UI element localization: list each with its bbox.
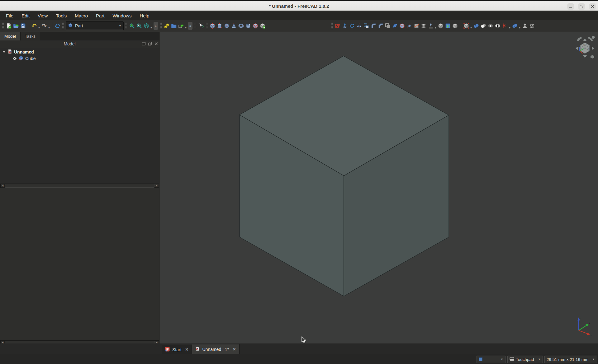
- tree-item-label[interactable]: Unnamed: [14, 49, 34, 54]
- offset-dropdown-icon[interactable]: ▾: [434, 21, 437, 30]
- toolbar-grip[interactable]: [206, 22, 208, 29]
- toolbar-grip[interactable]: [125, 22, 127, 29]
- undo-dropdown-icon[interactable]: ▾: [38, 21, 40, 30]
- toolbar-grip[interactable]: [331, 22, 333, 29]
- extrude-icon[interactable]: [341, 21, 348, 30]
- split-tools-dropdown-icon[interactable]: ▾: [508, 21, 511, 30]
- menu-part[interactable]: Part: [92, 12, 109, 20]
- shape-from-text-icon[interactable]: [334, 21, 341, 30]
- menu-windows[interactable]: Windows: [109, 12, 136, 20]
- toolbar-grip[interactable]: [160, 22, 162, 29]
- menu-view[interactable]: View: [34, 12, 52, 20]
- make-link-dropdown-icon[interactable]: ▾: [184, 21, 187, 30]
- revolve-icon[interactable]: [348, 21, 355, 30]
- menu-tools[interactable]: Tools: [52, 12, 71, 20]
- refresh-document-icon[interactable]: [54, 21, 61, 30]
- boolean-xor-icon[interactable]: [494, 21, 501, 30]
- menu-file[interactable]: File: [2, 12, 17, 20]
- close-button[interactable]: [589, 3, 596, 10]
- fit-selection-icon[interactable]: [135, 21, 143, 30]
- visibility-eye-icon[interactable]: [12, 56, 17, 61]
- menu-help[interactable]: Help: [135, 12, 153, 20]
- whats-this-icon[interactable]: ?: [197, 21, 205, 30]
- tab-model[interactable]: Model: [0, 32, 21, 40]
- navigation-cube[interactable]: TOP FRONT RIGHT: [574, 34, 596, 60]
- property-editor[interactable]: [0, 188, 159, 340]
- fillet-icon[interactable]: [370, 21, 377, 30]
- toolbar-grip[interactable]: [27, 22, 30, 29]
- primitive-torus-icon[interactable]: [237, 21, 244, 30]
- toolbar-overflow-icon[interactable]: »: [188, 22, 192, 30]
- dock-icon[interactable]: [142, 41, 146, 47]
- toolbar-grip[interactable]: [2, 22, 4, 29]
- title-bar[interactable]: * Unnamed - FreeCAD 1.0.2: [0, 0, 598, 11]
- section-icon[interactable]: [413, 21, 420, 30]
- float-icon[interactable]: [148, 41, 152, 47]
- make-face-icon[interactable]: [384, 21, 391, 30]
- tab-label[interactable]: Start: [172, 347, 182, 352]
- ruled-surface-icon[interactable]: [391, 21, 398, 30]
- menu-macro[interactable]: Macro: [71, 12, 92, 20]
- split-tools-icon[interactable]: [501, 21, 508, 30]
- undo-icon[interactable]: ↶: [31, 21, 38, 30]
- close-tab-icon[interactable]: ✕: [233, 347, 236, 352]
- boolean-common-icon[interactable]: [487, 21, 494, 30]
- tree-item-document[interactable]: Unnamed: [0, 49, 159, 55]
- open-document-icon[interactable]: [12, 21, 19, 30]
- dimension-select[interactable]: 29.51 mm x 21.16 mm ▼: [544, 356, 597, 363]
- defeaturing-icon[interactable]: [521, 21, 528, 30]
- 3d-viewport[interactable]: TOP FRONT RIGHT z y x: [160, 32, 598, 343]
- refine-shape-icon[interactable]: [528, 21, 535, 30]
- tab-start[interactable]: Start ✕: [162, 345, 192, 354]
- chamfer-icon[interactable]: [377, 21, 384, 30]
- toolbar-grip[interactable]: [62, 22, 64, 29]
- nav-face-top[interactable]: TOP: [583, 44, 587, 46]
- tab-label[interactable]: Unnamed : 1*: [202, 347, 229, 352]
- shape-builder-icon[interactable]: [252, 21, 259, 30]
- boolean-cut-icon[interactable]: [480, 21, 487, 30]
- make-link-icon[interactable]: [177, 21, 184, 30]
- thickness-icon[interactable]: F: [444, 21, 451, 30]
- fit-all-icon[interactable]: [128, 21, 135, 30]
- loft-icon[interactable]: [398, 21, 406, 30]
- offset-3d-icon[interactable]: [437, 21, 444, 30]
- toolbar-grip[interactable]: [194, 22, 197, 29]
- create-group-icon[interactable]: [170, 21, 177, 30]
- redo-dropdown-icon[interactable]: ▾: [48, 21, 50, 30]
- join-tools-icon[interactable]: [511, 21, 518, 30]
- primitive-sphere-icon[interactable]: [223, 21, 230, 30]
- minimize-button[interactable]: [567, 3, 574, 10]
- primitive-cylinder-icon[interactable]: [216, 21, 223, 30]
- redo-icon[interactable]: ↷: [40, 21, 48, 30]
- close-tab-icon[interactable]: ✕: [185, 347, 189, 352]
- tree-item-cube[interactable]: Cube: [0, 55, 159, 62]
- offset-icon[interactable]: [427, 21, 434, 30]
- scale-icon[interactable]: [363, 21, 370, 30]
- tab-tasks[interactable]: Tasks: [21, 32, 40, 40]
- scroll-left-icon[interactable]: ◀: [1, 184, 5, 188]
- workbench-selector[interactable]: Part▼: [66, 21, 124, 30]
- tab-unnamed-document[interactable]: Unnamed : 1* ✕: [192, 344, 240, 354]
- axonometric-view-icon[interactable]: [143, 21, 150, 30]
- primitive-cone-icon[interactable]: [230, 21, 237, 30]
- model-tree[interactable]: Unnamed Cube: [0, 48, 159, 184]
- close-panel-icon[interactable]: [154, 41, 158, 47]
- toolbar-overflow-icon[interactable]: »: [154, 22, 158, 30]
- boolean-union-icon[interactable]: [472, 21, 480, 30]
- navigation-style-select[interactable]: Touchpad ▼: [507, 356, 543, 363]
- axonometric-view-dropdown-icon[interactable]: ▾: [150, 21, 153, 30]
- save-document-icon[interactable]: [19, 21, 26, 30]
- new-document-icon[interactable]: [5, 21, 12, 30]
- restore-button[interactable]: [578, 3, 585, 10]
- primitives-dialog-icon[interactable]: [259, 21, 266, 30]
- sweep-icon[interactable]: [406, 21, 413, 30]
- mirror-icon[interactable]: [355, 21, 363, 30]
- join-tools-dropdown-icon[interactable]: ▾: [518, 21, 521, 30]
- create-part-icon[interactable]: [163, 21, 170, 30]
- menu-edit[interactable]: Edit: [17, 12, 34, 20]
- scrollbar-thumb[interactable]: [5, 184, 154, 188]
- scroll-right-icon[interactable]: ▶: [155, 184, 159, 188]
- compound-tools-icon[interactable]: [463, 21, 470, 30]
- render-style-select[interactable]: ▼: [477, 356, 505, 363]
- compound-tools-dropdown-icon[interactable]: ▾: [470, 21, 472, 30]
